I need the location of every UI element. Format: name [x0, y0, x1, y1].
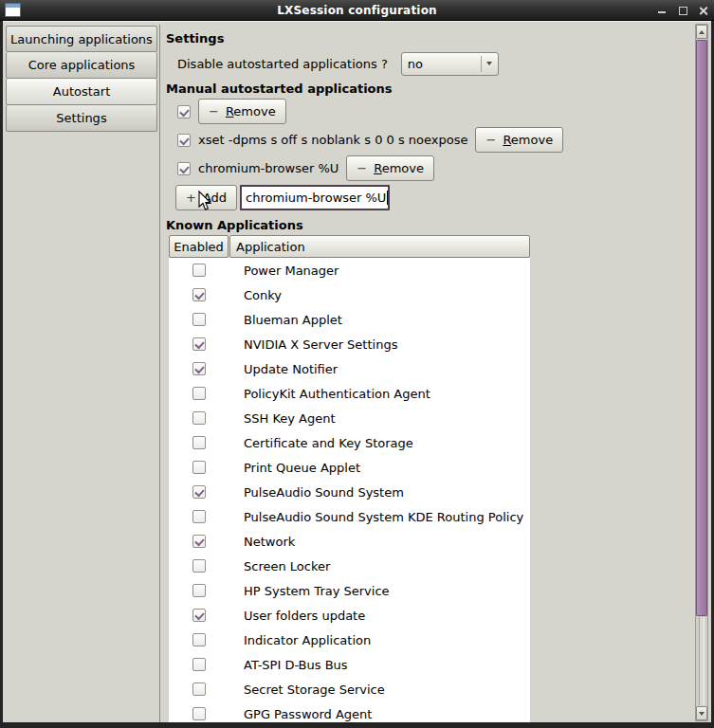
app-enabled-checkbox[interactable]	[192, 288, 206, 301]
autostart-enabled-checkbox[interactable]	[177, 105, 191, 118]
app-name-label: Screen Locker	[229, 559, 330, 573]
table-header: Enabled Application	[169, 235, 530, 258]
app-enabled-checkbox[interactable]	[192, 535, 206, 548]
settings-section-title: Settings	[166, 31, 692, 46]
autostart-enabled-checkbox[interactable]	[177, 162, 191, 175]
scrollbar-trough[interactable]	[699, 617, 705, 705]
app-name-label: PulseAudio Sound System	[229, 485, 404, 500]
minus-icon: −	[485, 133, 496, 147]
known-applications-table: Enabled Application Power Manager Conky …	[169, 235, 530, 722]
add-command-input[interactable]: chromium-browser %U	[240, 185, 390, 210]
known-application-row[interactable]: AT-SPI D-Bus Bus	[169, 652, 530, 677]
enabled-cell	[169, 559, 229, 573]
titlebar[interactable]: LXSession configuration	[0, 0, 714, 21]
app-name-label: Conky	[229, 288, 282, 302]
known-application-row[interactable]: PolicyKit Authentication Agent	[169, 381, 530, 406]
scroll-up-icon[interactable]	[696, 25, 707, 39]
column-header-enabled[interactable]: Enabled	[169, 235, 229, 258]
enabled-cell	[169, 609, 229, 622]
autostart-command-label: chromium-browser %U	[198, 161, 339, 175]
known-application-row[interactable]: User folders update	[169, 603, 530, 628]
app-enabled-checkbox[interactable]	[192, 264, 206, 277]
vertical-scrollbar[interactable]	[695, 24, 708, 721]
dropdown-selected-value: no	[402, 57, 481, 71]
known-application-row[interactable]: PulseAudio Sound System	[169, 480, 530, 504]
app-enabled-checkbox[interactable]	[192, 559, 206, 573]
app-name-label: PulseAudio Sound System KDE Routing Poli…	[229, 510, 523, 524]
disable-autostart-dropdown[interactable]: no	[401, 52, 499, 76]
enabled-cell	[169, 387, 229, 400]
app-name-label: Power Manager	[229, 264, 339, 278]
dropdown-arrow-cell	[482, 62, 498, 65]
add-command-input-value: chromium-browser %U	[246, 191, 386, 205]
enabled-cell	[169, 461, 229, 474]
app-enabled-checkbox[interactable]	[192, 411, 206, 425]
sidebar-item-settings[interactable]: Settings	[6, 105, 157, 132]
enabled-cell	[169, 682, 229, 696]
app-name-label: PolicyKit Authentication Agent	[229, 387, 430, 401]
app-name-label: Update Notifier	[229, 362, 338, 376]
known-application-row[interactable]: Screen Locker	[169, 554, 530, 578]
known-application-row[interactable]: Certificate and Key Storage	[169, 430, 530, 455]
manual-autostart-row: xset -dpms s off s noblank s 0 0 s noexp…	[177, 127, 692, 153]
sidebar-item-core-applications[interactable]: Core applications	[6, 52, 157, 79]
app-name-label: User folders update	[229, 609, 365, 623]
sidebar: Launching applications Core applications…	[4, 25, 160, 722]
app-enabled-checkbox[interactable]	[192, 658, 206, 671]
remove-button[interactable]: − Remove	[346, 155, 434, 181]
app-enabled-checkbox[interactable]	[192, 707, 206, 720]
known-application-row[interactable]: Conky	[169, 282, 530, 307]
sidebar-item-autostart[interactable]: Autostart	[6, 79, 157, 105]
sidebar-item-launching-applications[interactable]: Launching applications	[6, 26, 157, 52]
app-enabled-checkbox[interactable]	[192, 362, 206, 375]
app-enabled-checkbox[interactable]	[192, 609, 206, 622]
remove-button[interactable]: − Remove	[198, 99, 286, 124]
known-application-row[interactable]: GPG Password Agent	[169, 701, 530, 722]
scroll-down-icon[interactable]	[696, 706, 707, 720]
app-enabled-checkbox[interactable]	[192, 387, 206, 400]
app-enabled-checkbox[interactable]	[192, 510, 206, 523]
known-application-row[interactable]: Indicator Application	[169, 628, 530, 652]
known-application-row[interactable]: Blueman Applet	[169, 307, 530, 332]
disable-autostart-row: Disable autostarted applications ? no	[177, 51, 692, 76]
known-application-row[interactable]: NVIDIA X Server Settings	[169, 332, 530, 356]
known-application-row[interactable]: SSH Key Agent	[169, 406, 530, 430]
plus-icon: +	[186, 191, 196, 205]
add-autostart-row: + Add chromium-browser %U	[175, 184, 692, 210]
minus-icon: −	[357, 161, 367, 175]
known-application-row[interactable]: PulseAudio Sound System KDE Routing Poli…	[169, 504, 530, 529]
add-button[interactable]: + Add	[175, 185, 237, 210]
maximize-icon[interactable]	[678, 6, 687, 15]
window-body: Launching applications Core applications…	[3, 21, 711, 722]
known-application-row[interactable]: Print Queue Applet	[169, 455, 530, 480]
known-application-row[interactable]: Network	[169, 529, 530, 554]
app-enabled-checkbox[interactable]	[192, 436, 206, 449]
app-name-label: SSH Key Agent	[229, 411, 336, 426]
table-body: Power Manager Conky Blueman Applet NVIDI…	[169, 258, 530, 722]
scrollbar-thumb[interactable]	[696, 40, 707, 616]
known-application-row[interactable]: HP System Tray Service	[169, 578, 530, 603]
autostart-enabled-checkbox[interactable]	[177, 134, 191, 147]
app-name-label: GPG Password Agent	[229, 707, 372, 721]
known-application-row[interactable]: Secret Storage Service	[169, 677, 530, 701]
minimize-icon[interactable]	[657, 6, 667, 15]
app-name-label: Secret Storage Service	[229, 682, 385, 697]
app-enabled-checkbox[interactable]	[192, 584, 206, 597]
remove-button[interactable]: − Remove	[475, 127, 563, 153]
known-application-row[interactable]: Power Manager	[169, 258, 530, 282]
manual-autostart-list: − Remove xset -dpms s off s noblank s 0 …	[166, 99, 692, 181]
app-enabled-checkbox[interactable]	[192, 337, 206, 351]
autostart-panel: Settings Disable autostarted application…	[163, 24, 692, 722]
manual-autostart-row: − Remove	[177, 99, 692, 124]
app-name-label: Network	[229, 535, 295, 549]
app-enabled-checkbox[interactable]	[192, 682, 206, 696]
app-enabled-checkbox[interactable]	[192, 313, 206, 326]
known-applications-title: Known Applications	[166, 218, 692, 232]
app-enabled-checkbox[interactable]	[192, 633, 206, 646]
close-icon[interactable]	[699, 6, 708, 15]
app-enabled-checkbox[interactable]	[192, 461, 206, 474]
known-application-row[interactable]: Update Notifier	[169, 356, 530, 381]
app-enabled-checkbox[interactable]	[192, 485, 206, 499]
enabled-cell	[169, 411, 229, 425]
column-header-application[interactable]: Application	[229, 235, 530, 258]
